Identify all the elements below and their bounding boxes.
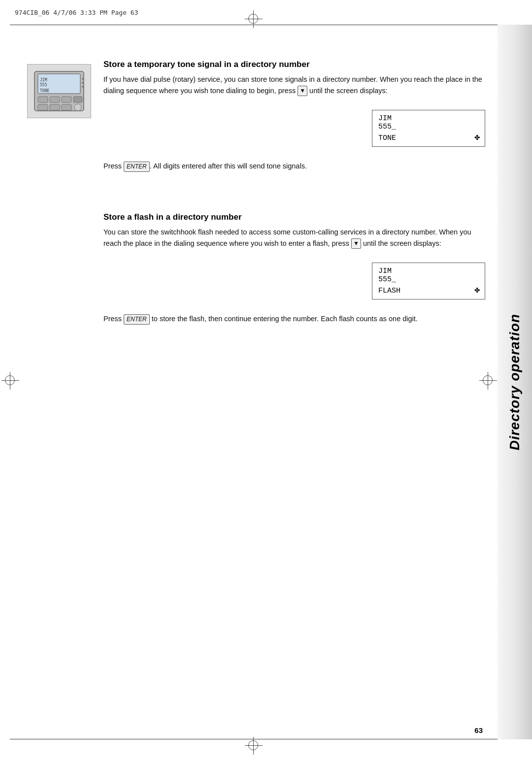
page-number: 63: [474, 726, 483, 734]
screen-display-2: JIM 555_ FLASH ✤: [372, 263, 485, 299]
screen2-line2: 555_: [378, 275, 479, 284]
svg-rect-3: [50, 97, 60, 102]
screen1-line2: 555_: [378, 123, 479, 131]
svg-point-15: [82, 86, 84, 88]
section1-body2: Press ENTER. All digits entered after th…: [103, 161, 485, 171]
svg-rect-2: [38, 97, 48, 102]
svg-point-13: [82, 78, 84, 80]
section1-title: Store a temporary tone signal in a direc…: [103, 59, 485, 70]
crosshair-top: [248, 14, 258, 24]
screen1-line1: JIM: [378, 114, 479, 123]
svg-text:JIM: JIM: [40, 78, 47, 82]
svg-text:TONE: TONE: [40, 89, 49, 93]
enter-key-2: ENTER: [124, 314, 150, 325]
section1-body1: If you have dial pulse (rotary) service,…: [103, 74, 485, 96]
down-arrow-2: ▼: [351, 238, 361, 249]
section2-body1: You can store the switchhook flash neede…: [103, 227, 485, 249]
crosshair-left: [5, 375, 15, 385]
screen2-line3: FLASH: [378, 287, 479, 295]
section2: Store a flash in a directory number You …: [103, 212, 485, 332]
svg-point-14: [82, 82, 84, 84]
enter-key-1: ENTER: [124, 162, 150, 172]
sidebar: Directory operation: [498, 25, 532, 739]
header-meta: 974CIB_06 4/7/06 3:33 PM Page 63: [15, 9, 138, 16]
svg-point-9: [74, 104, 81, 111]
section1: Store a temporary tone signal in a direc…: [103, 59, 485, 179]
sidebar-label: Directory operation: [507, 314, 523, 450]
svg-rect-8: [62, 104, 71, 110]
screen1-line3: TONE: [378, 134, 479, 142]
phone-icon: JIM 555 TONE: [32, 69, 86, 113]
crosshair-right: [483, 375, 493, 385]
svg-rect-4: [62, 97, 71, 102]
section2-body2: Press ENTER to store the flash, then con…: [103, 313, 485, 324]
phone-image: JIM 555 TONE: [27, 64, 91, 118]
svg-text:555: 555: [40, 83, 47, 87]
screen1-icon: ✤: [474, 132, 480, 142]
crosshair-bottom: [248, 740, 258, 750]
svg-rect-5: [73, 97, 82, 102]
screen2-icon: ✤: [474, 284, 480, 295]
svg-rect-6: [38, 104, 48, 110]
down-arrow-1: ▼: [298, 86, 307, 96]
screen-display-1: JIM 555_ TONE ✤: [372, 110, 485, 147]
screen2-line1: JIM: [378, 267, 479, 275]
svg-rect-7: [50, 104, 60, 110]
bottom-rule: [10, 739, 522, 739]
section2-title: Store a flash in a directory number: [103, 212, 485, 223]
top-rule: [10, 25, 522, 25]
